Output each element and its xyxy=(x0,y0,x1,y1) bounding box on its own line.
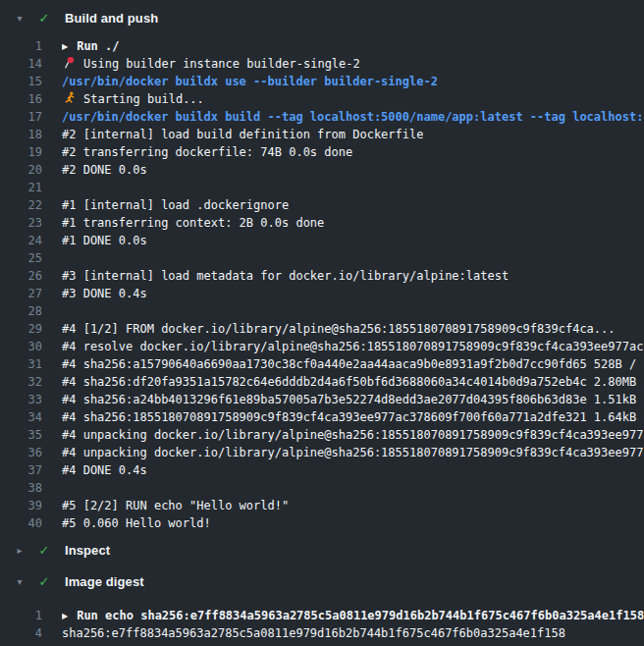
line-text-content: #5 [2/2] RUN echo "Hello world!" xyxy=(62,499,289,512)
section-title: Image digest xyxy=(65,574,144,589)
log-line: 28 xyxy=(0,302,644,320)
line-text-content: #4 DONE 0.4s xyxy=(62,463,147,477)
log-line: 38 xyxy=(0,479,644,497)
line-number[interactable]: 23 xyxy=(0,214,42,232)
line-text-content: #4 [1/2] FROM docker.io/library/alpine@s… xyxy=(62,322,616,336)
section-log-lines: 1▶Run echo sha256:e7ff8834a5963a2785c5a0… xyxy=(0,591,644,642)
log-line: 4sha256:e7ff8834a5963a2785c5a0811e979d16… xyxy=(0,624,644,642)
line-text-content: #4 sha256:a24bb4013296f61e89ba57005a7b3e… xyxy=(62,393,644,406)
log-line: 31#4 sha256:a15790640a6690aa1730c38cf0a4… xyxy=(0,355,644,373)
line-text-content: #1 transferring context: 2B 0.0s done xyxy=(62,216,324,230)
line-text: #5 0.060 Hello world! xyxy=(62,514,211,532)
actions-log-viewer: ▾✓Build and push1▶Run ./14Using builder … xyxy=(0,8,644,642)
check-icon: ✓ xyxy=(35,543,53,558)
line-number[interactable]: 30 xyxy=(0,338,42,355)
expand-arrow-icon[interactable]: ▶ xyxy=(62,38,68,55)
line-number[interactable]: 17 xyxy=(0,108,42,126)
line-text: #5 [2/2] RUN echo "Hello world!" xyxy=(62,497,289,514)
log-line: 15/usr/bin/docker buildx use --builder b… xyxy=(0,73,644,90)
line-text[interactable]: ▶Run ./ xyxy=(62,37,120,55)
line-text: #2 [internal] load build definition from… xyxy=(62,126,423,143)
line-number[interactable]: 25 xyxy=(0,249,42,267)
line-number[interactable]: 29 xyxy=(0,320,42,338)
section-header[interactable]: ▸✓Inspect xyxy=(0,540,644,560)
log-line: 23#1 transferring context: 2B 0.0s done xyxy=(0,214,644,232)
log-line: 27#3 DONE 0.4s xyxy=(0,285,644,302)
triangle-down-icon[interactable]: ▾ xyxy=(12,13,27,24)
triangle-down-icon[interactable]: ▾ xyxy=(12,576,27,587)
line-text-content: #2 transferring dockerfile: 74B 0.0s don… xyxy=(62,145,352,159)
log-line: 20#2 DONE 0.0s xyxy=(0,161,644,179)
section-title: Inspect xyxy=(65,543,110,558)
line-number[interactable]: 1 xyxy=(0,37,42,55)
line-number[interactable]: 22 xyxy=(0,196,42,214)
log-line: 36#4 unpacking docker.io/library/alpine@… xyxy=(0,444,644,461)
line-number[interactable]: 21 xyxy=(0,179,42,196)
line-text-content: #2 DONE 0.0s xyxy=(62,163,147,177)
line-number[interactable]: 24 xyxy=(0,232,42,249)
line-number[interactable]: 31 xyxy=(0,355,42,373)
line-text-content: #1 DONE 0.0s xyxy=(62,234,147,247)
line-number[interactable]: 37 xyxy=(0,461,42,479)
line-text-content: #4 sha256:a15790640a6690aa1730c38cf0a440… xyxy=(62,357,644,371)
line-number[interactable]: 1 xyxy=(0,607,42,624)
line-text-content: #1 [internal] load .dockerignore xyxy=(62,198,289,212)
log-line: 1▶Run echo sha256:e7ff8834a5963a2785c5a0… xyxy=(0,607,644,624)
line-text-content: #3 [internal] load metadata for docker.i… xyxy=(62,269,509,283)
line-text-content: #4 sha256:185518070891758909c9f839cf4ca3… xyxy=(62,410,644,424)
line-text: #4 DONE 0.4s xyxy=(62,461,147,479)
line-number[interactable]: 32 xyxy=(0,373,42,391)
line-text[interactable]: ▶Run echo sha256:e7ff8834a5963a2785c5a08… xyxy=(62,607,644,624)
line-text-content: #4 unpacking docker.io/library/alpine@sh… xyxy=(62,428,644,442)
log-line: 26#3 [internal] load metadata for docker… xyxy=(0,267,644,285)
log-line: 35#4 unpacking docker.io/library/alpine@… xyxy=(0,426,644,444)
line-number[interactable]: 34 xyxy=(0,408,42,426)
line-number[interactable]: 26 xyxy=(0,267,42,285)
line-number[interactable]: 27 xyxy=(0,285,42,302)
line-number[interactable]: 39 xyxy=(0,497,42,514)
line-number[interactable]: 40 xyxy=(0,514,42,532)
section-header[interactable]: ▾✓Build and push xyxy=(0,8,644,27)
log-line: 19#2 transferring dockerfile: 74B 0.0s d… xyxy=(0,143,644,161)
line-number[interactable]: 14 xyxy=(0,55,42,73)
expand-arrow-icon[interactable]: ▶ xyxy=(62,608,68,624)
line-number[interactable]: 36 xyxy=(0,444,42,461)
line-text: #1 transferring context: 2B 0.0s done xyxy=(62,214,324,232)
log-section-build-and-push: ▾✓Build and push1▶Run ./14Using builder … xyxy=(0,8,644,532)
line-text-content: Starting build... xyxy=(83,92,204,106)
check-icon: ✓ xyxy=(35,11,53,26)
line-number[interactable]: 19 xyxy=(0,143,42,161)
log-line: 34#4 sha256:185518070891758909c9f839cf4c… xyxy=(0,408,644,426)
line-text: Starting build... xyxy=(62,90,204,108)
line-text: #4 resolve docker.io/library/alpine@sha2… xyxy=(62,338,644,355)
line-text-content: #3 DONE 0.4s xyxy=(62,287,147,300)
line-text-content: #5 0.060 Hello world! xyxy=(62,516,211,530)
line-text-content: Using builder instance builder-single-2 xyxy=(83,57,360,71)
line-text: #4 sha256:a15790640a6690aa1730c38cf0a440… xyxy=(62,355,644,373)
line-number[interactable]: 28 xyxy=(0,302,42,320)
triangle-right-icon[interactable]: ▸ xyxy=(12,545,27,556)
line-number[interactable]: 20 xyxy=(0,161,42,179)
line-text: Using builder instance builder-single-2 xyxy=(62,55,360,73)
line-number[interactable]: 16 xyxy=(0,90,42,108)
section-title: Build and push xyxy=(65,11,158,26)
line-text-content: #4 resolve docker.io/library/alpine@sha2… xyxy=(62,340,644,353)
line-text: #2 DONE 0.0s xyxy=(62,161,147,179)
log-line: 22#1 [internal] load .dockerignore xyxy=(0,196,644,214)
line-text-content: /usr/bin/docker buildx use --builder bui… xyxy=(62,75,438,88)
line-number[interactable]: 35 xyxy=(0,426,42,444)
log-line: 25 xyxy=(0,249,644,267)
line-text-content: Run ./ xyxy=(77,39,119,53)
log-line: 24#1 DONE 0.0s xyxy=(0,232,644,249)
log-line: 32#4 sha256:df20fa9351a15782c64e6dddb2d4… xyxy=(0,373,644,391)
line-text: sha256:e7ff8834a5963a2785c5a0811e979d16b… xyxy=(62,624,565,642)
line-text: /usr/bin/docker buildx build --tag local… xyxy=(62,108,644,126)
line-number[interactable]: 18 xyxy=(0,126,42,143)
section-header[interactable]: ▾✓Image digest xyxy=(0,571,644,591)
line-number[interactable]: 38 xyxy=(0,479,42,497)
log-section-inspect: ▸✓Inspect xyxy=(0,540,644,560)
line-text: #3 DONE 0.4s xyxy=(62,285,147,302)
line-number[interactable]: 15 xyxy=(0,73,42,90)
line-number[interactable]: 33 xyxy=(0,391,42,408)
line-number[interactable]: 4 xyxy=(0,624,42,642)
